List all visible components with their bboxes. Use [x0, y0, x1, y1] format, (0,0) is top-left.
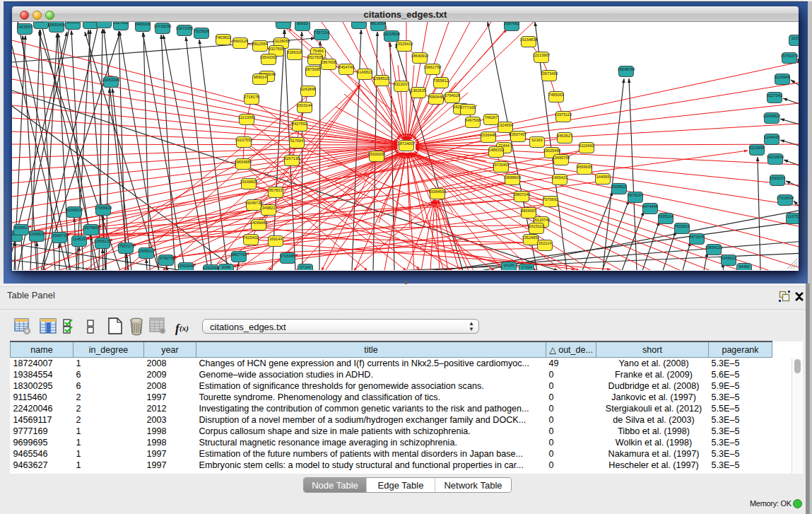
svg-text:1615112: 1615112 — [529, 224, 543, 228]
svg-text:10719155: 10719155 — [154, 24, 172, 28]
svg-text:746267: 746267 — [485, 115, 498, 119]
svg-text:169144: 169144 — [269, 237, 283, 241]
svg-text:11573: 11573 — [791, 36, 799, 40]
svg-text:2935114: 2935114 — [658, 214, 673, 218]
svg-text:20691406: 20691406 — [48, 23, 66, 27]
svg-text:7485063: 7485063 — [548, 93, 564, 97]
svg-text:9345: 9345 — [222, 265, 230, 269]
svg-text:2036448: 2036448 — [481, 133, 496, 137]
svg-text:9227342: 9227342 — [767, 93, 782, 98]
svg-text:8322037: 8322037 — [394, 82, 409, 86]
svg-text:9463627: 9463627 — [557, 134, 572, 138]
svg-text:8471676: 8471676 — [689, 235, 705, 239]
svg-text:20206536: 20206536 — [66, 208, 83, 212]
svg-text:18807249: 18807249 — [513, 192, 531, 197]
svg-text:8990448: 8990448 — [428, 95, 444, 99]
svg-text:9129966: 9129966 — [775, 75, 790, 79]
svg-text:881305: 881305 — [353, 22, 366, 23]
svg-text:16961758: 16961758 — [424, 65, 442, 69]
svg-text:9327505: 9327505 — [269, 47, 284, 51]
svg-text:94456: 94456 — [739, 264, 750, 269]
svg-text:9857791: 9857791 — [231, 252, 247, 257]
svg-text:1486332: 1486332 — [488, 148, 504, 152]
svg-text:989014: 989014 — [254, 75, 267, 79]
svg-text:1569257: 1569257 — [770, 176, 785, 180]
svg-text:9474444: 9474444 — [642, 204, 658, 209]
svg-text:13226058: 13226058 — [273, 39, 290, 43]
svg-text:10507457: 10507457 — [510, 132, 527, 136]
svg-text:10653287: 10653287 — [95, 22, 113, 23]
svg-text:10671355: 10671355 — [176, 26, 194, 30]
svg-text:10688609: 10688609 — [504, 175, 522, 180]
svg-text:18300295: 18300295 — [368, 152, 386, 156]
svg-text:9242848: 9242848 — [300, 87, 316, 91]
svg-text:3875685: 3875685 — [305, 67, 321, 71]
svg-text:114519: 114519 — [73, 237, 86, 241]
svg-text:19218506: 19218506 — [383, 32, 401, 36]
svg-text:8813054: 8813054 — [370, 22, 386, 25]
svg-text:9245612: 9245612 — [721, 256, 736, 260]
svg-text:8912954: 8912954 — [252, 42, 268, 46]
svg-text:9115460: 9115460 — [579, 144, 594, 148]
svg-text:15751074: 15751074 — [781, 54, 799, 58]
svg-text:1588520: 1588520 — [374, 76, 389, 81]
svg-text:1362635: 1362635 — [411, 88, 426, 93]
svg-text:2087682: 2087682 — [504, 22, 519, 25]
svg-text:1292344: 1292344 — [203, 266, 218, 270]
svg-text:16107552: 16107552 — [235, 138, 253, 142]
svg-text:1324554: 1324554 — [498, 123, 513, 127]
svg-text:9834067: 9834067 — [521, 209, 536, 213]
svg-text:90633: 90633 — [297, 22, 308, 25]
svg-text:106532: 106532 — [66, 22, 80, 24]
svg-text:17316504: 17316504 — [777, 196, 794, 200]
svg-text:16648784: 16648784 — [618, 67, 635, 71]
svg-text:14099488: 14099488 — [250, 221, 268, 225]
svg-text:9146821: 9146821 — [357, 70, 372, 74]
svg-text:12093822: 12093822 — [763, 114, 781, 118]
svg-text:349822: 349822 — [262, 206, 276, 210]
svg-text:5716485: 5716485 — [280, 254, 295, 258]
svg-text:10973493: 10973493 — [541, 71, 558, 76]
svg-text:7075692: 7075692 — [543, 197, 558, 201]
svg-text:7515526: 7515526 — [194, 29, 209, 33]
svg-text:16120746: 16120746 — [533, 218, 551, 222]
svg-text:835061: 835061 — [15, 226, 28, 230]
svg-text:252214: 252214 — [539, 241, 552, 245]
svg-text:13975115: 13975115 — [555, 112, 572, 117]
svg-text:6794028: 6794028 — [445, 93, 460, 98]
svg-text:(x): (x) — [180, 324, 189, 333]
svg-text:7955812: 7955812 — [433, 78, 449, 83]
svg-text:7463822: 7463822 — [216, 35, 231, 40]
svg-text:6466160: 6466160 — [135, 22, 151, 26]
svg-text:13325419: 13325419 — [396, 42, 413, 46]
svg-text:7632621: 7632621 — [674, 224, 690, 228]
svg-text:18640910: 18640910 — [411, 54, 429, 58]
svg-text:10958107: 10958107 — [138, 249, 155, 253]
svg-text:144095: 144095 — [596, 175, 610, 179]
svg-text:17334: 17334 — [521, 265, 532, 269]
svg-text:17957273: 17957273 — [117, 244, 135, 248]
svg-text:12213382: 12213382 — [238, 115, 256, 119]
svg-text:9699695: 9699695 — [577, 165, 592, 169]
svg-text:10975867: 10975867 — [83, 226, 100, 230]
svg-text:6679197: 6679197 — [628, 193, 643, 197]
svg-text:18724007: 18724007 — [398, 141, 416, 146]
svg-text:10654122: 10654122 — [705, 245, 723, 250]
svg-text:116753: 116753 — [787, 214, 799, 218]
svg-text:2867608: 2867608 — [321, 60, 336, 64]
svg-text:19384554: 19384554 — [429, 189, 447, 194]
svg-text:1527602: 1527602 — [113, 22, 129, 25]
svg-text:16046738: 16046738 — [245, 201, 263, 205]
svg-text:20557: 20557 — [35, 22, 47, 23]
svg-text:16210643: 16210643 — [767, 155, 784, 159]
svg-text:10025458: 10025458 — [543, 148, 561, 153]
svg-text:13524851: 13524851 — [522, 235, 540, 240]
svg-text:8660124: 8660124 — [233, 39, 248, 43]
svg-text:15720407: 15720407 — [493, 163, 510, 167]
svg-text:9527505: 9527505 — [307, 55, 323, 59]
svg-text:8454749: 8454749 — [339, 65, 354, 69]
svg-text:1244415: 1244415 — [764, 135, 779, 139]
svg-text:8215958: 8215958 — [749, 146, 765, 150]
svg-text:12923448: 12923448 — [177, 264, 195, 268]
svg-text:9777169: 9777169 — [460, 105, 476, 110]
